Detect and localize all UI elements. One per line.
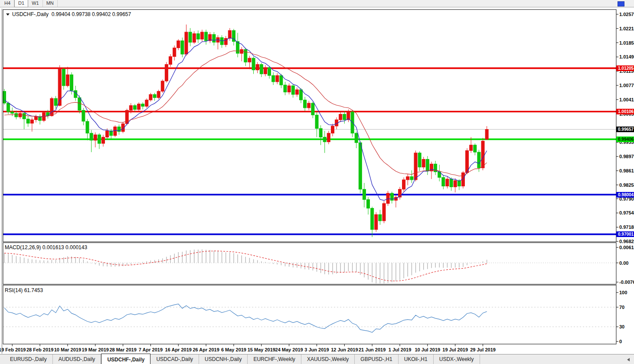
price-axis-label: 0.97540	[619, 210, 634, 215]
chart-canvas[interactable]	[0, 0, 634, 364]
date-label: 29 Jul 2019	[467, 347, 500, 352]
chart-tab-usdcad-daily[interactable]: USDCAD-,Daily	[150, 354, 199, 364]
chart-tab-eurchf-weekly[interactable]: EURCHF-,Weekly	[248, 354, 301, 364]
price-axis-label: 0.98970	[619, 154, 634, 159]
price-level-badge: 1.00106	[616, 109, 634, 114]
price-axis-label: 1.01490	[619, 54, 634, 59]
price-level-badge: 1.01205	[616, 65, 634, 71]
chart-tab-ukoil-h1[interactable]: UKOil-,H1	[399, 354, 434, 364]
current-price-badge: 0.99657	[616, 127, 634, 132]
chart-title: USDCHF-,Daily 0.99404 0.99738 0.99402 0.…	[6, 11, 131, 17]
chart-tab-usdx-weekly[interactable]: USDX-,Weekly	[434, 354, 480, 364]
price-axis-label: 0.96820	[619, 239, 634, 244]
price-axis-label: 0.97180	[619, 224, 634, 230]
price-axis-label: 1.02570	[619, 12, 634, 17]
price-axis-label: 0.98250	[619, 182, 634, 188]
price-level-badge: 0.97001	[616, 231, 634, 237]
rsi-header: RSI(14) 61.7453	[5, 287, 43, 293]
terminal-window: H4D1W1MN USDCHF-,Daily 0.99404 0.99738 0…	[0, 0, 634, 364]
price-axis-label: 0.98610	[619, 168, 634, 173]
price-axis-label: 1.01850	[619, 40, 634, 46]
chart-tab-eurusd-daily[interactable]: EURUSD-,Daily	[4, 354, 53, 364]
tab-scroll-left-icon[interactable]	[627, 358, 630, 361]
rsi-axis-label: 0	[619, 339, 622, 344]
chart-tab-gbpusd-h1[interactable]: GBPUSD-,H1	[355, 354, 398, 364]
macd-axis-label: 0.00613	[619, 245, 634, 250]
price-level-badge: 0.98004	[616, 192, 634, 198]
rsi-axis-label: 100	[619, 290, 627, 295]
chart-tab-usdcnh-daily[interactable]: USDCNH-,Daily	[199, 354, 248, 364]
rsi-axis-label: 30	[619, 324, 624, 329]
chart-tab-xauusd-weekly[interactable]: XAUUSD-,Weekly	[301, 354, 355, 364]
price-axis-label: 1.00770	[619, 83, 634, 88]
macd-axis-label: 0.00	[619, 260, 628, 266]
price-axis-label: 1.02210	[619, 26, 634, 31]
chart-ohlc: 0.99404 0.99738 0.99402 0.99657	[52, 11, 131, 17]
symbol-dropdown-icon[interactable]	[6, 13, 10, 16]
price-axis-label: 1.00410	[619, 97, 634, 102]
chart-tab-audusd-daily[interactable]: AUDUSD-,Daily	[53, 354, 101, 364]
chart-tabs-bar: EURUSD-,DailyAUDUSD-,DailyUSDCHF-,DailyU…	[0, 354, 634, 364]
macd-header: MACD(12,26,9) 0.001613 0.000143	[5, 244, 87, 250]
chart-symbol: USDCHF-,Daily	[12, 11, 49, 17]
macd-axis-label: -0.00761	[619, 280, 634, 285]
chart-tab-usdchf-daily[interactable]: USDCHF-,Daily	[101, 354, 150, 364]
price-level-badge: 0.99406	[616, 136, 634, 142]
rsi-axis-label: 70	[619, 305, 624, 310]
